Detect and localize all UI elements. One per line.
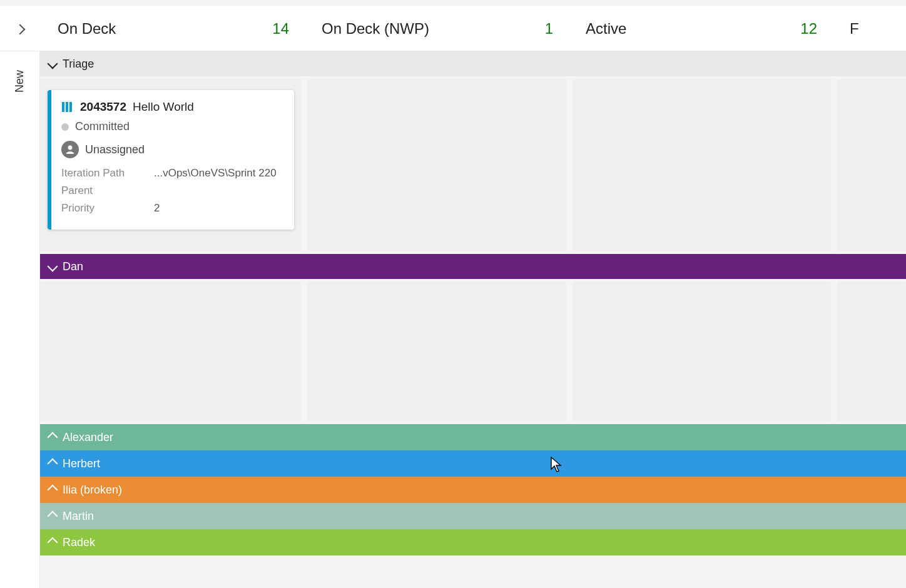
svg-point-3 <box>68 146 73 150</box>
swimlane-header-alexander[interactable]: Alexander <box>40 424 906 450</box>
swimlane-header-ilia[interactable]: Ilia (broken) <box>40 477 906 503</box>
chevron-up-icon <box>49 431 56 444</box>
work-item-type-icon <box>61 101 74 113</box>
column-header-partial[interactable]: F <box>832 6 906 51</box>
column-count: 14 <box>272 20 289 38</box>
column-title: On Deck (NWP) <box>322 20 429 38</box>
chevron-up-icon <box>49 457 56 470</box>
column-header-on-deck[interactable]: On Deck 14 <box>40 6 304 51</box>
svg-rect-1 <box>66 102 68 112</box>
drop-zone-dan-partial[interactable] <box>837 281 906 422</box>
svg-rect-2 <box>69 102 72 112</box>
chevron-up-icon <box>49 510 56 523</box>
column-count: 12 <box>800 20 817 38</box>
expand-columns-toggle[interactable] <box>0 21 40 37</box>
card-field-priority: Priority 2 <box>61 202 282 215</box>
column-title: F <box>850 20 859 38</box>
swimlane-label: Triage <box>63 58 94 71</box>
swimlane-header-triage[interactable]: Triage <box>40 51 906 76</box>
drop-zone-triage-on-deck[interactable]: 2043572 Hello World Committed <box>40 79 301 251</box>
swimlane-header-radek[interactable]: Radek <box>40 529 906 555</box>
field-label: Iteration Path <box>61 167 154 180</box>
drop-zone-triage-active[interactable] <box>573 79 831 251</box>
swimlane-body-triage: 2043572 Hello World Committed <box>40 76 906 254</box>
field-label: Parent <box>61 185 154 197</box>
swimlane-label: Martin <box>63 510 94 523</box>
column-count: 1 <box>545 20 553 38</box>
swimlane-header-dan[interactable]: Dan <box>40 254 906 279</box>
assignee-label: Unassigned <box>85 143 145 156</box>
work-item-id: 2043572 <box>80 100 126 114</box>
swimlane-header-herbert[interactable]: Herbert <box>40 450 906 477</box>
state-label: Committed <box>75 120 130 133</box>
swimlane-label: Radek <box>63 536 95 549</box>
unassigned-avatar-icon <box>61 141 79 158</box>
column-header-active[interactable]: Active 12 <box>568 6 832 51</box>
work-item-title: Hello World <box>133 100 194 114</box>
swimlane-label: Herbert <box>63 457 100 470</box>
card-field-parent: Parent <box>61 185 282 197</box>
card-title-row: 2043572 Hello World <box>61 100 282 114</box>
swimlane-label: Dan <box>63 260 83 273</box>
swimlanes: Triage 2043572 Hello Wo <box>40 51 906 588</box>
column-title: Active <box>586 20 626 38</box>
drop-zone-dan-on-deck[interactable] <box>40 281 301 422</box>
svg-rect-0 <box>62 102 64 112</box>
work-item-assignee[interactable]: Unassigned <box>61 141 282 158</box>
card-field-iteration: Iteration Path ...vOps\OneVS\Sprint 220 <box>61 167 282 180</box>
swimlane-label: Alexander <box>63 431 113 444</box>
chevron-up-icon <box>49 536 56 549</box>
drop-zone-dan-on-deck-nwp[interactable] <box>307 281 566 422</box>
work-item-card[interactable]: 2043572 Hello World Committed <box>48 90 294 230</box>
field-label: Priority <box>61 202 154 215</box>
swimlane-body-dan <box>40 279 906 424</box>
drop-zone-triage-on-deck-nwp[interactable] <box>307 79 566 251</box>
top-spacer <box>0 0 906 6</box>
chevron-down-icon <box>49 260 56 273</box>
board-area: New Triage <box>0 51 906 588</box>
work-item-state: Committed <box>61 120 282 133</box>
chevron-right-icon <box>16 21 24 37</box>
column-headers: On Deck 14 On Deck (NWP) 1 Active 12 F <box>0 6 906 51</box>
vertical-swimlane-new[interactable]: New <box>0 51 40 588</box>
field-value: ...vOps\OneVS\Sprint 220 <box>154 167 277 180</box>
swimlane-label: Ilia (broken) <box>63 484 122 497</box>
state-dot-icon <box>61 123 69 131</box>
column-header-on-deck-nwp[interactable]: On Deck (NWP) 1 <box>304 6 568 51</box>
drop-zone-triage-partial[interactable] <box>837 79 906 251</box>
chevron-down-icon <box>49 58 56 71</box>
field-value: 2 <box>154 202 160 215</box>
vertical-swimlane-label: New <box>13 70 26 93</box>
column-title: On Deck <box>58 20 116 38</box>
chevron-up-icon <box>49 484 56 497</box>
swimlane-header-martin[interactable]: Martin <box>40 503 906 529</box>
drop-zone-dan-active[interactable] <box>573 281 831 422</box>
